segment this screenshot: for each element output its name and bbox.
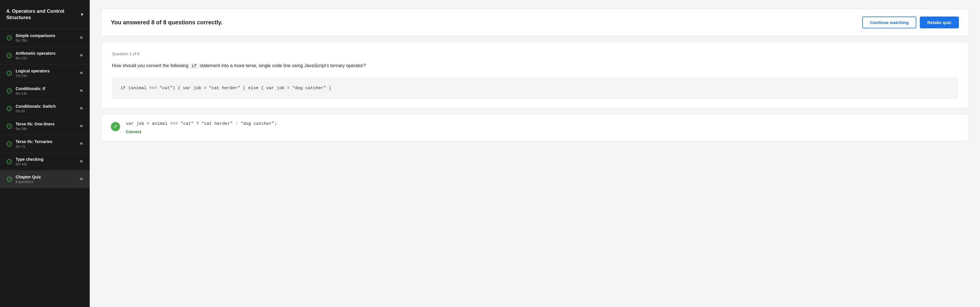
sidebar-header-title: 4. Operators and Control Structures <box>6 8 77 21</box>
sidebar-item-content: Arithmetic operators8m 15s <box>16 51 76 60</box>
sidebar-item-content: Type checking6m 44s <box>16 157 76 166</box>
answer-code: var job = animal === "cat" ? "cat herder… <box>126 122 959 126</box>
correct-check-icon <box>111 122 120 131</box>
check-icon <box>6 141 12 147</box>
sidebar-item-duration: 4m 7s <box>16 144 76 149</box>
sidebar-item-content: Conditionals: If8m 14s <box>16 86 76 96</box>
answer-status: Correct <box>126 129 959 134</box>
sidebar-item-duration: 5m 8s <box>16 109 76 113</box>
sidebar: 4. Operators and Control Structures ▾ Si… <box>0 0 90 307</box>
bookmark-icon[interactable]: ⚑ <box>79 35 83 41</box>
sidebar-item-title: Conditionals: If <box>16 86 76 91</box>
continue-watching-button[interactable]: Continue watching <box>862 16 916 29</box>
check-icon <box>6 106 12 112</box>
sidebar-item-title: Chapter Quiz <box>16 175 76 179</box>
sidebar-item-conditionals-if[interactable]: Conditionals: If8m 14s⚑ <box>0 82 90 100</box>
bookmark-icon[interactable]: ⚑ <box>79 124 83 129</box>
sidebar-item-simple-comparisons[interactable]: Simple comparisons5m 39s⚑ <box>0 29 90 47</box>
question-card: Question 1 of 8 How should you convert t… <box>101 42 969 108</box>
sidebar-item-type-checking[interactable]: Type checking6m 44s⚑ <box>0 153 90 171</box>
sidebar-item-terse-ifs-ternaries[interactable]: Terse ifs: Ternaries4m 7s⚑ <box>0 135 90 153</box>
bookmark-icon[interactable]: ⚑ <box>79 53 83 59</box>
check-icon <box>6 70 12 76</box>
answer-card: var job = animal === "cat" ? "cat herder… <box>101 114 969 141</box>
check-icon <box>6 159 12 165</box>
bookmark-icon[interactable]: ⚑ <box>79 106 83 112</box>
sidebar-item-title: Type checking <box>16 157 76 161</box>
sidebar-item-content: Terse ifs: Ternaries4m 7s <box>16 139 76 149</box>
sidebar-item-duration: 5m 58s <box>16 127 76 131</box>
sidebar-items-list: Simple comparisons5m 39s⚑Arithmetic oper… <box>0 29 90 307</box>
bookmark-icon[interactable]: ⚑ <box>79 159 83 165</box>
sidebar-item-terse-ifs-oneliners[interactable]: Terse ifs: One-liners5m 58s⚑ <box>0 118 90 135</box>
answer-content: var job = animal === "cat" ? "cat herder… <box>126 122 959 134</box>
sidebar-item-duration: 8m 15s <box>16 56 76 60</box>
sidebar-header: 4. Operators and Control Structures ▾ <box>0 0 90 29</box>
bookmark-icon[interactable]: ⚑ <box>79 177 83 182</box>
sidebar-item-title: Terse ifs: One-liners <box>16 122 76 126</box>
chevron-down-icon[interactable]: ▾ <box>81 11 83 18</box>
question-text: How should you convert the following if … <box>112 62 958 70</box>
sidebar-item-title: Terse ifs: Ternaries <box>16 139 76 144</box>
check-icon <box>6 53 12 59</box>
sidebar-item-duration: 8 questions <box>16 180 76 184</box>
sidebar-item-duration: 7m 54s <box>16 74 76 78</box>
score-buttons: Continue watching Retake quiz <box>862 16 959 29</box>
bookmark-icon[interactable]: ⚑ <box>79 88 83 94</box>
sidebar-item-arithmetic-operators[interactable]: Arithmetic operators8m 15s⚑ <box>0 47 90 65</box>
sidebar-item-conditionals-switch[interactable]: Conditionals: Switch5m 8s⚑ <box>0 100 90 118</box>
check-icon <box>6 123 12 129</box>
score-text: You answered 8 of 8 questions correctly. <box>111 19 223 26</box>
sidebar-item-content: Chapter Quiz8 questions <box>16 175 76 184</box>
sidebar-item-title: Logical operators <box>16 69 76 73</box>
sidebar-item-chapter-quiz[interactable]: Chapter Quiz8 questions⚑ <box>0 171 90 188</box>
sidebar-item-content: Terse ifs: One-liners5m 58s <box>16 122 76 131</box>
sidebar-item-duration: 8m 14s <box>16 91 76 96</box>
inline-code: if <box>190 63 199 69</box>
code-block: if (animal === "cat") { var job = "cat h… <box>112 78 958 99</box>
sidebar-item-content: Logical operators7m 54s <box>16 69 76 78</box>
main-content: You answered 8 of 8 questions correctly.… <box>90 0 980 307</box>
check-icon <box>6 176 12 182</box>
question-label: Question 1 of 8 <box>112 51 958 56</box>
sidebar-item-content: Simple comparisons5m 39s <box>16 33 76 43</box>
bookmark-icon[interactable]: ⚑ <box>79 141 83 147</box>
sidebar-item-content: Conditionals: Switch5m 8s <box>16 104 76 113</box>
sidebar-item-logical-operators[interactable]: Logical operators7m 54s⚑ <box>0 65 90 82</box>
retake-quiz-button[interactable]: Retake quiz <box>920 16 959 29</box>
check-icon <box>6 88 12 94</box>
sidebar-item-title: Simple comparisons <box>16 33 76 38</box>
check-icon <box>6 35 12 41</box>
sidebar-item-title: Conditionals: Switch <box>16 104 76 109</box>
sidebar-item-duration: 5m 39s <box>16 38 76 43</box>
sidebar-item-duration: 6m 44s <box>16 162 76 166</box>
sidebar-item-title: Arithmetic operators <box>16 51 76 56</box>
score-banner: You answered 8 of 8 questions correctly.… <box>101 9 969 36</box>
bookmark-icon[interactable]: ⚑ <box>79 71 83 76</box>
